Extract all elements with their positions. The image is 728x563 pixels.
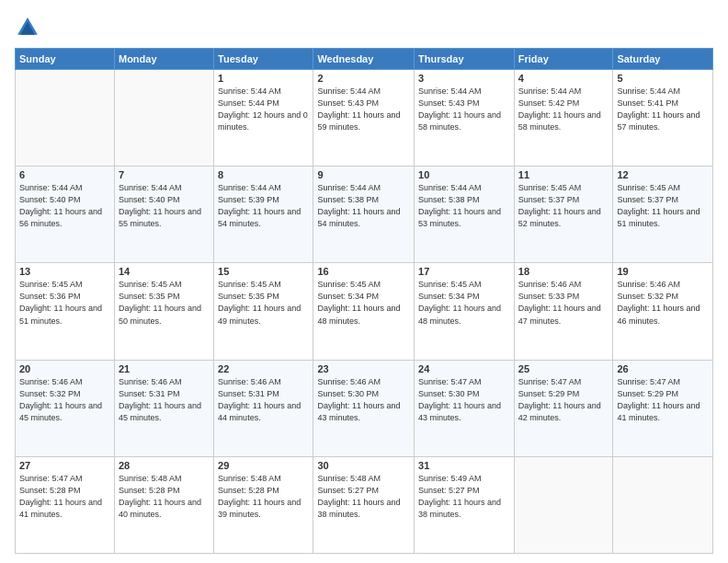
calendar-cell: 20 Sunrise: 5:46 AMSunset: 5:32 PMDaylig… (16, 360, 115, 456)
day-detail: Sunrise: 5:47 AMSunset: 5:29 PMDaylight:… (518, 376, 609, 424)
calendar-cell: 16 Sunrise: 5:45 AMSunset: 5:34 PMDaylig… (313, 263, 415, 360)
calendar-cell: 12 Sunrise: 5:45 AMSunset: 5:37 PMDaylig… (613, 167, 713, 263)
header-saturday: Saturday (613, 49, 713, 70)
header-sunday: Sunday (16, 49, 115, 70)
day-number: 14 (119, 266, 210, 277)
day-number: 22 (218, 363, 309, 374)
day-number: 1 (218, 73, 309, 84)
calendar-week-row: 20 Sunrise: 5:46 AMSunset: 5:32 PMDaylig… (16, 360, 713, 456)
day-number: 3 (418, 73, 510, 84)
day-number: 21 (119, 363, 210, 374)
day-detail: Sunrise: 5:44 AMSunset: 5:43 PMDaylight:… (317, 86, 410, 133)
day-number: 15 (218, 266, 309, 277)
calendar-cell: 24 Sunrise: 5:47 AMSunset: 5:30 PMDaylig… (415, 360, 515, 456)
day-detail: Sunrise: 5:45 AMSunset: 5:35 PMDaylight:… (119, 279, 210, 327)
day-number: 12 (617, 169, 709, 180)
day-detail: Sunrise: 5:46 AMSunset: 5:32 PMDaylight:… (617, 279, 709, 327)
calendar-cell: 3 Sunrise: 5:44 AMSunset: 5:43 PMDayligh… (415, 70, 515, 167)
calendar-table: Sunday Monday Tuesday Wednesday Thursday… (15, 48, 713, 554)
day-number: 29 (218, 460, 309, 471)
calendar-week-row: 13 Sunrise: 5:45 AMSunset: 5:36 PMDaylig… (16, 263, 713, 360)
day-detail: Sunrise: 5:45 AMSunset: 5:34 PMDaylight:… (418, 279, 510, 327)
day-detail: Sunrise: 5:44 AMSunset: 5:40 PMDaylight:… (119, 182, 210, 230)
day-detail: Sunrise: 5:44 AMSunset: 5:42 PMDaylight:… (518, 86, 609, 133)
day-number: 2 (317, 73, 410, 84)
logo-icon (15, 15, 40, 40)
day-detail: Sunrise: 5:47 AMSunset: 5:28 PMDaylight:… (19, 473, 110, 521)
calendar-cell: 4 Sunrise: 5:44 AMSunset: 5:42 PMDayligh… (514, 70, 613, 167)
day-number: 11 (518, 169, 609, 180)
day-detail: Sunrise: 5:48 AMSunset: 5:28 PMDaylight:… (119, 473, 210, 521)
day-number: 27 (19, 460, 110, 471)
day-detail: Sunrise: 5:46 AMSunset: 5:33 PMDaylight:… (518, 279, 609, 327)
day-detail: Sunrise: 5:45 AMSunset: 5:34 PMDaylight:… (317, 279, 410, 327)
day-detail: Sunrise: 5:47 AMSunset: 5:30 PMDaylight:… (418, 376, 510, 424)
calendar-cell (613, 456, 713, 553)
day-detail: Sunrise: 5:44 AMSunset: 5:43 PMDaylight:… (418, 86, 510, 133)
calendar-cell: 13 Sunrise: 5:45 AMSunset: 5:36 PMDaylig… (16, 263, 115, 360)
page: Sunday Monday Tuesday Wednesday Thursday… (0, 0, 728, 563)
day-detail: Sunrise: 5:44 AMSunset: 5:40 PMDaylight:… (19, 182, 110, 230)
day-number: 30 (317, 460, 410, 471)
day-number: 17 (418, 266, 510, 277)
day-detail: Sunrise: 5:44 AMSunset: 5:39 PMDaylight:… (218, 182, 309, 230)
day-number: 7 (119, 169, 210, 180)
day-number: 5 (617, 73, 709, 84)
calendar-cell: 22 Sunrise: 5:46 AMSunset: 5:31 PMDaylig… (214, 360, 313, 456)
day-detail: Sunrise: 5:45 AMSunset: 5:37 PMDaylight:… (518, 182, 609, 230)
day-detail: Sunrise: 5:46 AMSunset: 5:32 PMDaylight:… (19, 376, 110, 424)
calendar-cell: 17 Sunrise: 5:45 AMSunset: 5:34 PMDaylig… (415, 263, 515, 360)
header-tuesday: Tuesday (214, 49, 313, 70)
calendar-cell: 9 Sunrise: 5:44 AMSunset: 5:38 PMDayligh… (313, 167, 415, 263)
day-detail: Sunrise: 5:46 AMSunset: 5:31 PMDaylight:… (218, 376, 309, 424)
calendar-cell: 23 Sunrise: 5:46 AMSunset: 5:30 PMDaylig… (313, 360, 415, 456)
calendar-cell: 14 Sunrise: 5:45 AMSunset: 5:35 PMDaylig… (114, 263, 213, 360)
day-detail: Sunrise: 5:44 AMSunset: 5:38 PMDaylight:… (317, 182, 410, 230)
day-detail: Sunrise: 5:45 AMSunset: 5:36 PMDaylight:… (19, 279, 110, 327)
calendar-cell: 28 Sunrise: 5:48 AMSunset: 5:28 PMDaylig… (114, 456, 213, 553)
calendar-cell: 18 Sunrise: 5:46 AMSunset: 5:33 PMDaylig… (514, 263, 613, 360)
day-number: 16 (317, 266, 410, 277)
calendar-cell: 21 Sunrise: 5:46 AMSunset: 5:31 PMDaylig… (114, 360, 213, 456)
weekday-header-row: Sunday Monday Tuesday Wednesday Thursday… (16, 49, 713, 70)
calendar-cell: 5 Sunrise: 5:44 AMSunset: 5:41 PMDayligh… (613, 70, 713, 167)
day-detail: Sunrise: 5:47 AMSunset: 5:29 PMDaylight:… (617, 376, 709, 424)
calendar-cell: 1 Sunrise: 5:44 AMSunset: 5:44 PMDayligh… (214, 70, 313, 167)
day-number: 9 (317, 169, 410, 180)
day-detail: Sunrise: 5:46 AMSunset: 5:31 PMDaylight:… (119, 376, 210, 424)
day-detail: Sunrise: 5:44 AMSunset: 5:38 PMDaylight:… (418, 182, 510, 230)
calendar-cell: 27 Sunrise: 5:47 AMSunset: 5:28 PMDaylig… (16, 456, 115, 553)
calendar-cell: 30 Sunrise: 5:48 AMSunset: 5:27 PMDaylig… (313, 456, 415, 553)
day-detail: Sunrise: 5:48 AMSunset: 5:27 PMDaylight:… (317, 473, 410, 521)
calendar-cell: 6 Sunrise: 5:44 AMSunset: 5:40 PMDayligh… (16, 167, 115, 263)
day-detail: Sunrise: 5:45 AMSunset: 5:35 PMDaylight:… (218, 279, 309, 327)
day-number: 19 (617, 266, 709, 277)
day-detail: Sunrise: 5:46 AMSunset: 5:30 PMDaylight:… (317, 376, 410, 424)
day-number: 25 (518, 363, 609, 374)
calendar-cell: 7 Sunrise: 5:44 AMSunset: 5:40 PMDayligh… (114, 167, 213, 263)
calendar-cell (514, 456, 613, 553)
day-number: 13 (19, 266, 110, 277)
day-number: 8 (218, 169, 309, 180)
day-detail: Sunrise: 5:44 AMSunset: 5:44 PMDaylight:… (218, 86, 309, 133)
day-number: 18 (518, 266, 609, 277)
calendar-cell: 2 Sunrise: 5:44 AMSunset: 5:43 PMDayligh… (313, 70, 415, 167)
calendar-cell: 15 Sunrise: 5:45 AMSunset: 5:35 PMDaylig… (214, 263, 313, 360)
header-monday: Monday (114, 49, 213, 70)
header-friday: Friday (514, 49, 613, 70)
day-number: 28 (119, 460, 210, 471)
calendar-cell (16, 70, 115, 167)
day-detail: Sunrise: 5:45 AMSunset: 5:37 PMDaylight:… (617, 182, 709, 230)
day-detail: Sunrise: 5:44 AMSunset: 5:41 PMDaylight:… (617, 86, 709, 133)
day-detail: Sunrise: 5:48 AMSunset: 5:28 PMDaylight:… (218, 473, 309, 521)
calendar-cell: 31 Sunrise: 5:49 AMSunset: 5:27 PMDaylig… (415, 456, 515, 553)
calendar-week-row: 6 Sunrise: 5:44 AMSunset: 5:40 PMDayligh… (16, 167, 713, 263)
day-number: 20 (19, 363, 110, 374)
calendar-cell: 25 Sunrise: 5:47 AMSunset: 5:29 PMDaylig… (514, 360, 613, 456)
logo (15, 15, 44, 40)
header (15, 15, 713, 40)
header-wednesday: Wednesday (313, 49, 415, 70)
calendar-cell (114, 70, 213, 167)
calendar-cell: 19 Sunrise: 5:46 AMSunset: 5:32 PMDaylig… (613, 263, 713, 360)
day-number: 10 (418, 169, 510, 180)
